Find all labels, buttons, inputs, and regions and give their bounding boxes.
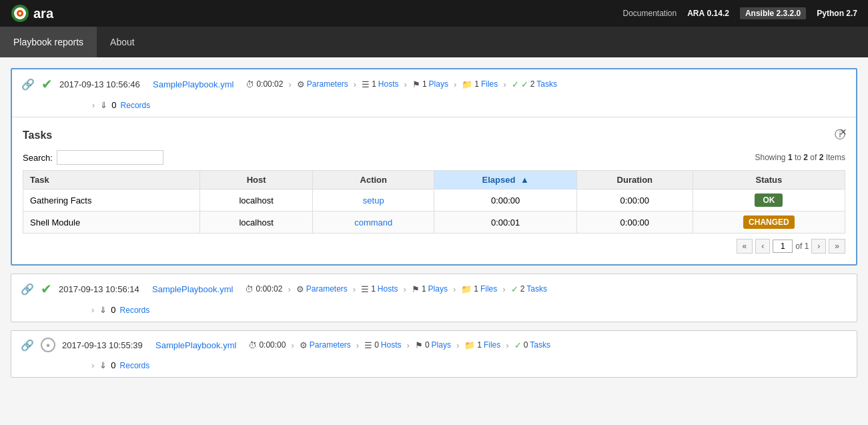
cell-duration-1: 0:00:00	[576, 211, 693, 234]
records-row-3: › ⇓ 0 Records	[90, 360, 847, 370]
doc-link[interactable]: Documentation	[622, 9, 677, 18]
records-row-2: › ⇓ 0 Records	[90, 305, 847, 315]
page-prev-btn[interactable]: ‹	[755, 239, 770, 254]
col-task[interactable]: Task	[23, 171, 200, 189]
files-stat-3: 📁 1 Files	[464, 340, 500, 350]
gear-icon-2: ⚙	[296, 284, 304, 294]
playbook-row-2: 🔗 ✔ 2017-09-13 10:56:14 SamplePlaybook.y…	[11, 274, 857, 322]
cell-host-1: localhost	[200, 211, 313, 234]
playbook-stats-3: ⏱ 0:00:00 › ⚙ Parameters › ☰ 0 Hosts › ⚑…	[248, 340, 550, 350]
table-row: Shell Module localhost command 0:00:01 0…	[23, 211, 845, 234]
params-stat-3: ⚙ Parameters	[300, 340, 351, 350]
col-action[interactable]: Action	[313, 171, 434, 189]
hosts-link-3[interactable]: Hosts	[381, 340, 402, 350]
playbook-stats-1: ⏱ 0:00:02 › ⚙ Parameters › ☰ 1 Hosts ›	[246, 79, 557, 89]
playbook-stats-2: ⏱ 0:00:02 › ⚙ Parameters › ☰ 1 Hosts › ⚑…	[245, 284, 547, 294]
plays-link-2[interactable]: Plays	[428, 284, 448, 294]
main-content: 🔗 ✔ 2017-09-13 10:56:46 SamplePlaybook.y…	[0, 57, 868, 396]
playbook-name-3[interactable]: SamplePlaybook.yml	[155, 340, 236, 350]
pagination: « ‹ 1 of 1 › »	[23, 239, 845, 254]
plays-link-1[interactable]: Plays	[429, 79, 448, 89]
plays-link-3[interactable]: Plays	[432, 340, 451, 350]
col-elapsed[interactable]: Elapsed ▲	[434, 171, 576, 189]
col-host[interactable]: Host	[200, 171, 313, 189]
showing-text: Showing 1 to 2 of 2 Items	[755, 153, 846, 162]
cell-task-0: Gathering Facts	[23, 189, 200, 211]
action-link-1[interactable]: command	[354, 218, 392, 228]
page-of-text: of 1	[795, 242, 809, 251]
action-link-0[interactable]: setup	[363, 195, 384, 205]
col-duration[interactable]: Duration	[576, 171, 693, 189]
files-link-2[interactable]: Files	[480, 284, 497, 294]
playbook-name-1[interactable]: SamplePlaybook.yml	[153, 79, 234, 89]
params-stat-1: ⚙ Parameters	[297, 79, 348, 89]
table-icon-2: ☰	[361, 284, 369, 294]
col-status[interactable]: Status	[693, 171, 845, 189]
files-link-1[interactable]: Files	[481, 79, 498, 89]
elapsed-stat-2: ⏱ 0:00:02	[245, 284, 282, 294]
page-last-btn[interactable]: »	[829, 239, 845, 254]
cell-status-1: CHANGED	[693, 211, 845, 234]
tasks-stat-2: ✓ 2 Tasks	[511, 284, 547, 294]
params-stat-2: ⚙ Parameters	[296, 284, 348, 294]
ansible-version-badge: Ansible 2.3.2.0	[740, 7, 806, 19]
link-icon-2[interactable]: 🔗	[21, 283, 34, 296]
hosts-stat-2: ☰ 1 Hosts	[361, 284, 398, 294]
page-next-btn[interactable]: ›	[811, 239, 826, 254]
records-row-1: › ⇓ 0 Records	[91, 100, 847, 110]
folder-icon-1: 📁	[462, 79, 472, 89]
cell-duration-0: 0:00:00	[576, 189, 693, 211]
params-link-1[interactable]: Parameters	[307, 79, 348, 89]
link-icon-3[interactable]: 🔗	[21, 339, 34, 352]
tasks-stat-1: ✓ ✓ 2 Tasks	[512, 79, 557, 89]
search-input[interactable]	[57, 150, 163, 165]
playbook-name-2[interactable]: SamplePlaybook.yml	[152, 284, 233, 294]
hosts-link-1[interactable]: Hosts	[378, 79, 399, 89]
python-version-badge: Python 2.7	[817, 9, 857, 18]
tasks-panel-title: Tasks	[23, 129, 52, 141]
plays-stat-2: ⚑ 1 Plays	[412, 284, 448, 294]
check-icon-2: ✓	[511, 284, 518, 294]
table-icon-3: ☰	[364, 340, 372, 350]
playbook-card-1: 🔗 ✔ 2017-09-13 10:56:46 SamplePlaybook.y…	[11, 68, 857, 266]
files-link-3[interactable]: Files	[484, 340, 500, 350]
hosts-link-2[interactable]: Hosts	[378, 284, 398, 294]
download-icon-3: ⇓	[99, 360, 107, 370]
params-link-2[interactable]: Parameters	[306, 284, 348, 294]
records-link-2[interactable]: Records	[120, 306, 150, 315]
logo-icon	[11, 4, 29, 23]
sort-arrow-icon: ▲	[520, 175, 529, 185]
clock-icon-2: ⏱	[245, 284, 254, 294]
playbook-card-2: 🔗 ✔ 2017-09-13 10:56:14 SamplePlaybook.y…	[11, 274, 857, 322]
status-badge-changed: CHANGED	[743, 216, 795, 229]
page-number-input[interactable]: 1	[773, 240, 793, 253]
records-link-3[interactable]: Records	[120, 361, 150, 370]
records-link-1[interactable]: Records	[121, 101, 151, 110]
search-label: Search:	[23, 153, 53, 163]
tasks-panel: × Tasks ⓘ Search: Showing 1 to 2 of 2 It…	[12, 117, 856, 264]
clock-icon-3: ⏱	[248, 340, 257, 350]
link-icon-1[interactable]: 🔗	[21, 78, 35, 91]
check-icon-3: ✓	[514, 340, 522, 350]
playbook-datetime-1: 2017-09-13 10:56:46	[59, 79, 146, 89]
playbook-datetime-3: 2017-09-13 10:55:39	[62, 340, 149, 350]
table-controls: Search: Showing 1 to 2 of 2 Items	[23, 150, 845, 165]
table-row: Gathering Facts localhost setup 0:00:00 …	[23, 189, 845, 211]
tasks-stat-3: ✓ 0 Tasks	[514, 340, 550, 350]
gear-icon-3: ⚙	[300, 340, 308, 350]
cell-elapsed-1: 0:00:01	[434, 211, 576, 234]
params-link-3[interactable]: Parameters	[310, 340, 351, 350]
page-first-btn[interactable]: «	[737, 239, 753, 254]
tasks-link-1[interactable]: Tasks	[536, 79, 557, 89]
nav-playbook-reports[interactable]: Playbook reports	[0, 27, 97, 57]
close-button[interactable]: ×	[839, 125, 847, 139]
status-badge-ok: OK	[755, 193, 783, 207]
search-area: Search:	[23, 150, 163, 165]
tasks-table-body: Gathering Facts localhost setup 0:00:00 …	[23, 189, 845, 234]
nav-about[interactable]: About	[97, 27, 148, 57]
tasks-link-3[interactable]: Tasks	[530, 340, 550, 350]
success-icon-2: ✔	[41, 281, 52, 297]
tasks-link-2[interactable]: Tasks	[526, 284, 547, 294]
files-stat-2: 📁 1 Files	[461, 284, 497, 294]
elapsed-stat-3: ⏱ 0:00:00	[248, 340, 286, 350]
